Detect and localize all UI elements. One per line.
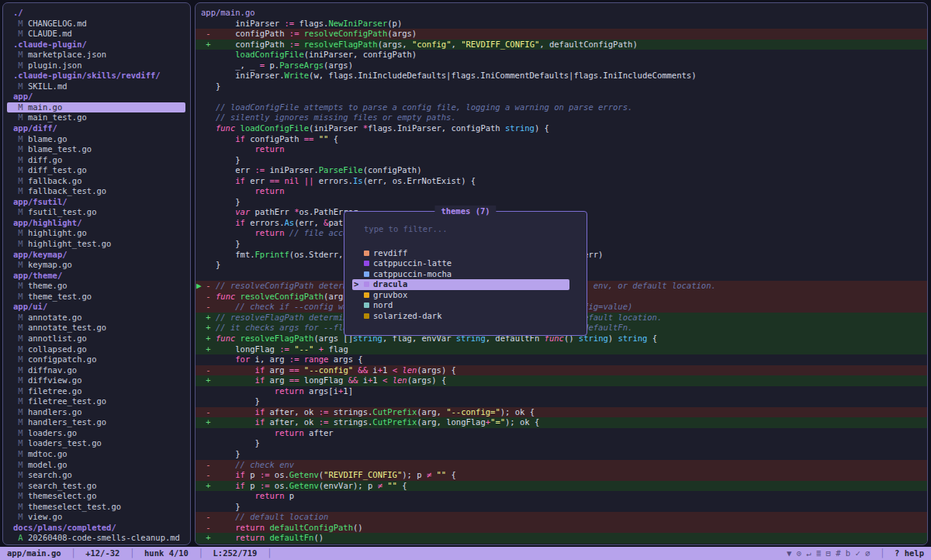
file-tree-item[interactable]: M search_test.go — [3, 481, 190, 492]
file-tree-dir[interactable]: .claude-plugin/ — [3, 40, 190, 50]
diff-line-ctx: if err == nil || errors.Is(err, os.ErrNo… — [196, 176, 927, 187]
theme-option-solarized-dark[interactable]: solarized-dark — [352, 311, 569, 322]
file-name: annotate.go — [28, 313, 82, 322]
file-tree-item[interactable]: M annotlist.go — [3, 334, 190, 344]
file-tree-item[interactable]: M themeselect.go — [3, 491, 190, 502]
diff-line-ctx: iniParser := flags.NewIniParser(p) — [196, 19, 927, 29]
file-tree-dir[interactable]: app/fsutil/ — [3, 197, 190, 208]
file-tree-item[interactable]: M theme.go — [3, 281, 190, 292]
file-tree-item[interactable]: M highlight.go — [3, 228, 190, 239]
diff-line-ctx: return args[i+1] — [196, 386, 927, 397]
file-tree-dir[interactable]: ./ — [3, 8, 190, 19]
file-status-badge: M — [13, 502, 28, 511]
file-name: configpatch.go — [28, 354, 97, 364]
file-tree-item[interactable]: M diff_test.go — [3, 165, 190, 176]
file-tree-item[interactable]: M configpatch.go — [3, 354, 190, 365]
file-status-badge: M — [13, 407, 28, 417]
file-tree-item[interactable]: M diffnav.go — [3, 365, 190, 376]
file-status-badge: M — [13, 365, 28, 375]
theme-option-gruvbox[interactable]: gruvbox — [352, 290, 569, 301]
file-tree-item[interactable]: M handlers_test.go — [3, 417, 190, 428]
file-tree-item[interactable]: M view.go — [3, 512, 190, 523]
file-status-badge: M — [13, 144, 28, 154]
file-tree-item[interactable]: M SKILL.md — [3, 81, 190, 92]
file-status-badge: M — [13, 344, 28, 354]
theme-option-catppuccin-mocha[interactable]: catppuccin-mocha — [352, 269, 569, 280]
file-status-badge: M — [13, 470, 28, 479]
diff-line-ctx: for i, arg := range args { — [196, 354, 927, 365]
file-tree-item[interactable]: M collapsed.go — [3, 344, 190, 355]
file-tree-item[interactable]: M keymap.go — [3, 260, 190, 271]
file-tree-item[interactable]: M main_test.go — [3, 112, 190, 123]
theme-swatch-icon — [364, 292, 369, 298]
file-tree-item[interactable]: M annotate_test.go — [3, 323, 190, 334]
status-separator: │ — [870, 548, 895, 558]
theme-option-dracula[interactable]: >dracula — [352, 279, 569, 290]
file-tree-dir[interactable]: app/ — [3, 92, 190, 102]
file-tree-item[interactable]: M fallback.go — [3, 176, 190, 187]
file-status-badge: M — [13, 134, 28, 143]
file-tree-dir[interactable]: .claude-plugin/skills/revdiff/ — [3, 71, 190, 81]
file-tree-item[interactable]: M mdtoc.go — [3, 449, 190, 460]
file-tree-dir[interactable]: docs/plans/completed/ — [3, 523, 190, 534]
theme-label: gruvbox — [373, 290, 407, 299]
file-tree-item[interactable]: M themeselect_test.go — [3, 502, 190, 513]
file-tree-item[interactable]: M CLAUDE.md — [3, 29, 190, 40]
file-name: handlers.go — [28, 407, 82, 417]
file-tree-dir[interactable]: app/diff/ — [3, 123, 190, 134]
file-tree-item[interactable]: M plugin.json — [3, 60, 190, 71]
diff-line-del: - if arg == "--config" && i+1 < len(args… — [196, 365, 927, 376]
file-status-badge: M — [13, 313, 28, 322]
file-tree-item[interactable]: M model.go — [3, 460, 190, 471]
file-tree-dir[interactable]: app/highlight/ — [3, 218, 190, 229]
diff-line-del: - return defaultConfigPath() — [196, 523, 927, 534]
diff-line-add: + if after, ok := strings.CutPrefix(arg,… — [196, 417, 927, 428]
file-tree-item[interactable]: M main.go — [7, 102, 185, 113]
file-status-badge: M — [13, 228, 28, 237]
file-status-badge: M — [13, 354, 28, 364]
file-status-badge: M — [13, 438, 28, 448]
theme-option-nord[interactable]: nord — [352, 300, 569, 311]
theme-option-catppuccin-latte[interactable]: catppuccin-latte — [352, 258, 569, 269]
diff-line-del: - // check env — [196, 460, 927, 471]
file-tree-item[interactable]: M highlight_test.go — [3, 239, 190, 250]
file-tree-item[interactable]: M filetree_test.go — [3, 396, 190, 407]
file-tree-item[interactable]: M diffview.go — [3, 375, 190, 386]
file-name: fallback_test.go — [28, 186, 106, 195]
file-status-badge: M — [13, 481, 28, 490]
status-separator: │ — [257, 548, 282, 558]
file-tree-item[interactable]: M filetree.go — [3, 386, 190, 397]
file-status-badge: M — [13, 323, 28, 332]
theme-label: nord — [373, 300, 393, 309]
file-tree-dir[interactable]: app/keymap/ — [3, 250, 190, 261]
theme-swatch-icon — [364, 271, 369, 277]
theme-swatch-icon — [364, 261, 369, 266]
file-tree-item[interactable]: A 20260408-code-smells-cleanup.md — [3, 533, 190, 544]
theme-swatch-icon — [364, 282, 369, 287]
file-tree-item[interactable]: M loaders_test.go — [3, 438, 190, 449]
diff-line-ctx: } — [196, 438, 927, 449]
theme-filter-input[interactable]: type to filter... — [344, 224, 587, 235]
file-tree-item[interactable]: M marketplace.json — [3, 50, 190, 60]
file-tree-pane[interactable]: ./ M CHANGELOG.md M CLAUDE.md.claude-plu… — [2, 2, 191, 545]
file-tree-item[interactable]: M annotate.go — [3, 313, 190, 323]
file-tree-item[interactable]: M blame.go — [3, 134, 190, 145]
file-status-badge: M — [13, 207, 28, 216]
diff-line-del: - if p := os.Getenv("REVDIFF_CONFIG"); p… — [196, 470, 927, 481]
file-tree-item[interactable]: M CHANGELOG.md — [3, 19, 190, 29]
file-tree-item[interactable]: M loaders.go — [3, 428, 190, 439]
file-tree-item[interactable]: M theme_test.go — [3, 292, 190, 302]
file-tree-item[interactable]: M fallback_test.go — [3, 186, 190, 197]
file-tree-item[interactable]: M blame_test.go — [3, 144, 190, 155]
file-tree-item[interactable]: M diff.go — [3, 155, 190, 166]
file-tree-dir[interactable]: app/ui/ — [3, 302, 190, 313]
file-tree-item[interactable]: M handlers.go — [3, 407, 190, 418]
file-tree-item[interactable]: M search.go — [3, 470, 190, 481]
file-name: fsutil_test.go — [28, 207, 97, 216]
file-tree-item[interactable]: M fsutil_test.go — [3, 207, 190, 218]
file-name: search_test.go — [28, 481, 97, 490]
file-tree-dir[interactable]: app/theme/ — [3, 271, 190, 282]
file-name: themeselect.go — [28, 491, 97, 500]
file-status-badge: M — [13, 19, 28, 28]
theme-option-revdiff[interactable]: revdiff — [352, 248, 569, 259]
